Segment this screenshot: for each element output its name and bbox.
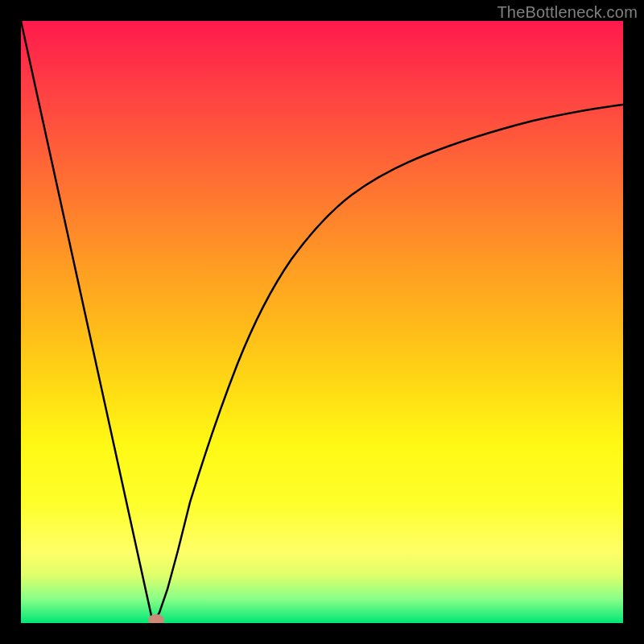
left-line-segment: [21, 21, 153, 623]
bottleneck-curve: [21, 21, 623, 623]
watermark-text: TheBottleneck.com: [497, 3, 638, 22]
right-curve-segment: [153, 105, 623, 623]
plot-area: [21, 21, 623, 623]
chart-frame: TheBottleneck.com: [0, 0, 644, 644]
